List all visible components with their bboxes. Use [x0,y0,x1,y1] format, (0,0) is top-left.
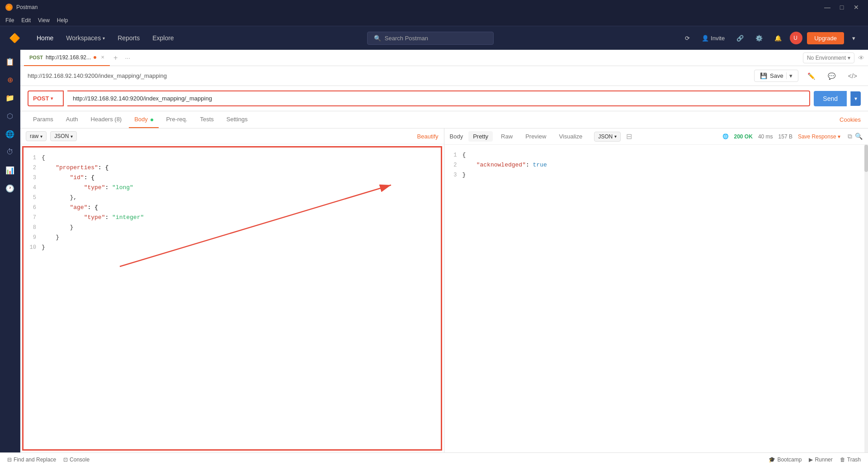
send-button[interactable]: Send [814,91,847,106]
settings-icon-btn[interactable]: ⚙️ [752,33,766,43]
link-icon-btn[interactable]: 🔗 [733,33,747,43]
find-replace-button[interactable]: ⊟ Find and Replace [7,456,56,463]
menu-bar: File Edit View Help [0,14,868,26]
app-title: Postman [16,4,38,10]
sync-icon-btn[interactable]: ⟳ [681,33,693,43]
save-response-button[interactable]: Save Response ▾ [798,133,840,140]
tab-headers[interactable]: Headers (8) [85,111,127,128]
close-button[interactable]: ✕ [850,1,863,14]
lang-selector[interactable]: JSON ▾ [50,131,77,141]
body-section: raw ▾ JSON ▾ Beautify 1 { [20,128,868,452]
invite-button[interactable]: 👤 Invite [698,33,728,43]
res-tab-preview[interactable]: Preview [521,131,551,142]
request-editor[interactable]: 1 { 2 "properties": { 3 "id": { [22,146,442,451]
add-tab-button[interactable]: + [110,54,121,62]
response-scrollbar-track[interactable] [864,145,868,452]
nav-right: ⟳ 👤 Invite 🔗 ⚙️ 🔔 U Upgrade ▾ [681,32,859,44]
code-line-3: 3 "id": { [24,173,441,183]
title-bar-left: 🔶 Postman [5,4,38,11]
code-line-8: 8 } [24,223,441,233]
sidebar-icon-mock[interactable]: ⏱ [2,144,18,160]
status-bar: ⊟ Find and Replace ⊡ Console 🎓 Bootcamp … [0,452,868,466]
nav-center: 🔍 Search Postman [179,32,681,45]
env-chevron: ▾ [848,55,850,61]
nav-reports[interactable]: Reports [112,32,145,44]
method-selector[interactable]: POST ▾ [28,90,64,106]
env-settings-icon[interactable]: 👁 [858,54,864,62]
console-button[interactable]: ⊡ Console [63,456,90,463]
nav-left: 🔶 Home Workspaces ▾ Reports Explore [9,32,179,44]
request-tab[interactable]: POST http://192.168.92... ✕ [24,50,110,66]
sidebar-icon-new[interactable]: 📋 [2,53,18,70]
menu-file[interactable]: File [5,17,14,24]
comment-icon-btn[interactable]: 💬 [824,71,839,81]
nav-home[interactable]: Home [31,32,59,44]
res-tab-visualize[interactable]: Visualize [554,131,587,142]
sidebar-icon-apis[interactable]: ⬡ [2,108,18,124]
sidebar-icon-environments[interactable]: 🌐 [2,126,18,142]
tab-tests[interactable]: Tests [194,111,219,128]
sidebar-icon-monitors[interactable]: 📊 [2,162,18,178]
more-tabs-button[interactable]: ··· [121,54,134,62]
menu-help[interactable]: Help [57,17,68,24]
response-format-selector[interactable]: JSON ▾ [594,132,621,142]
console-icon: ⊡ [63,456,68,463]
cookies-button[interactable]: Cookies [840,116,861,123]
tab-close-icon[interactable]: ✕ [101,55,104,60]
response-scrollbar-thumb[interactable] [864,145,868,172]
code-icon-btn[interactable]: </> [844,71,861,81]
request-bar: POST ▾ Send ▾ [20,86,868,111]
nav-links: Home Workspaces ▾ Reports Explore [31,32,179,44]
search-response-icon[interactable]: 🔍 [855,133,863,140]
tab-pre-req[interactable]: Pre-req. [160,111,193,128]
tab-modified-dot [94,56,96,59]
content: POST http://192.168.92... ✕ + ··· No Env… [20,50,868,452]
url-input[interactable] [67,90,810,106]
sidebar-icon-collections[interactable]: 📁 [2,90,18,106]
response-toolbar: Body Pretty Raw Preview Visualize JSON ▾… [444,128,868,145]
beautify-button[interactable]: Beautify [417,133,439,140]
copy-icon[interactable]: ⧉ [848,133,852,140]
sidebar-icon-recent[interactable]: 🕐 [2,180,18,196]
upgrade-button[interactable]: Upgrade [807,32,844,44]
tab-body[interactable]: Body [129,111,159,128]
sidebar-icon-history[interactable]: ⊕ [2,71,18,88]
save-dropdown-arrow[interactable]: ▾ [786,72,793,79]
tab-settings[interactable]: Settings [221,111,253,128]
menu-edit[interactable]: Edit [21,17,31,24]
request-breadcrumb: http://192.168.92.140:9200/index_mapping… [28,72,749,79]
send-dropdown-button[interactable]: ▾ [850,91,861,106]
format-selector[interactable]: raw ▾ [26,131,47,141]
menu-view[interactable]: View [38,17,50,24]
tab-params[interactable]: Params [28,111,59,128]
tab-auth[interactable]: Auth [61,111,84,128]
env-dropdown[interactable]: No Environment ▾ [803,52,854,63]
save-button[interactable]: 💾 Runner Save ▾ [754,70,798,82]
search-placeholder: Search Postman [385,35,428,42]
code-line-1: 1 { [24,153,441,163]
env-label: No Environment [807,55,846,61]
filter-icon-btn[interactable]: ⊟ [626,132,632,141]
bootcamp-button[interactable]: 🎓 Bootcamp [769,456,802,463]
res-tab-raw[interactable]: Raw [496,131,517,142]
nav-workspaces[interactable]: Workspaces ▾ [61,32,110,44]
nav-explore[interactable]: Explore [147,32,179,44]
code-line-5: 5 }, [24,193,441,203]
bell-icon-btn[interactable]: 🔔 [771,33,785,43]
maximize-button[interactable]: □ [835,1,848,14]
method-chevron: ▾ [51,96,53,101]
minimize-button[interactable]: — [821,1,834,14]
code-line-9: 9 } [24,233,441,243]
trash-icon: 🗑 [840,456,845,463]
response-panel: Body Pretty Raw Preview Visualize JSON ▾… [444,128,868,452]
editor-toolbar: raw ▾ JSON ▾ Beautify [20,128,444,144]
trash-button[interactable]: 🗑 Trash [840,456,861,463]
runner-button[interactable]: ▶ Runner [809,456,832,463]
edit-icon-btn[interactable]: ✏️ [804,71,819,81]
bootcamp-icon: 🎓 [769,456,775,463]
title-bar: 🔶 Postman — □ ✕ [0,0,868,14]
upgrade-arrow-btn[interactable]: ▾ [849,33,859,43]
search-bar[interactable]: 🔍 Search Postman [367,32,494,45]
avatar-btn[interactable]: U [790,32,802,44]
res-tab-pretty[interactable]: Pretty [468,131,493,142]
